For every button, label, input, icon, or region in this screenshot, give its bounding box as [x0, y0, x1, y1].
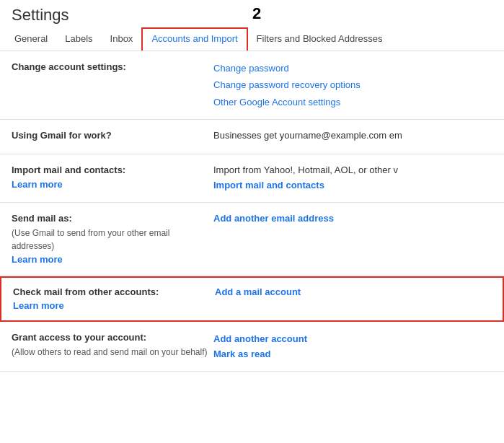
add-mail-account-link[interactable]: Add a mail account: [215, 286, 301, 297]
tab-general[interactable]: General: [6, 27, 56, 51]
import-mail-text: Import from Yahoo!, Hotmail, AOL, or oth…: [213, 165, 398, 175]
send-mail-value: Add another email address: [213, 211, 492, 227]
change-password-link[interactable]: Change password: [213, 60, 492, 76]
gmail-work-text: Businesses get yourname@example.com em: [213, 128, 492, 144]
tab-inbox[interactable]: Inbox: [102, 27, 142, 51]
add-email-address-link[interactable]: Add another email address: [213, 213, 334, 224]
send-mail-label: Send mail as: (Use Gmail to send from yo…: [12, 211, 213, 267]
import-mail-contacts-link[interactable]: Import mail and contacts: [213, 180, 324, 190]
tab-accounts[interactable]: Accounts and Import: [141, 27, 247, 51]
gmail-work-label: Using Gmail for work?: [12, 128, 213, 143]
check-mail-learn-more-link[interactable]: Learn more: [13, 300, 64, 311]
grant-access-section: Grant access to your account: (Allow oth…: [0, 322, 504, 372]
import-learn-more-link[interactable]: Learn more: [12, 179, 63, 190]
send-mail-sublabel: (Use Gmail to send from your other email…: [12, 227, 213, 253]
add-another-account-link[interactable]: Add another account: [213, 330, 492, 347]
check-mail-value: Add a mail account 3: [215, 285, 491, 300]
settings-tabs: General Labels Inbox Accounts and Import…: [0, 27, 504, 51]
check-mail-section: Check mail from other accounts: Learn mo…: [0, 276, 504, 322]
import-mail-value: Import from Yahoo!, Hotmail, AOL, or oth…: [213, 163, 492, 193]
send-mail-section: Send mail as: (Use Gmail to send from yo…: [0, 203, 504, 276]
change-account-label: Change account settings:: [12, 60, 213, 74]
import-mail-section: Import mail and contacts: Learn more Imp…: [0, 154, 504, 203]
import-mail-label: Import mail and contacts: Learn more: [12, 163, 213, 191]
gmail-work-section: Using Gmail for work? Businesses get you…: [0, 120, 504, 154]
send-mail-learn-more-link[interactable]: Learn more: [12, 254, 63, 265]
change-account-links: Change password Change password recovery…: [213, 60, 492, 110]
step-2-badge: 2: [252, 4, 261, 23]
grant-access-sublabel: (Allow others to read and send mail on y…: [12, 346, 213, 359]
change-account-section: Change account settings: Change password…: [0, 51, 504, 120]
tab-labels[interactable]: Labels: [56, 27, 101, 51]
tab-filters[interactable]: Filters and Blocked Addresses: [248, 27, 392, 51]
grant-access-value: Add another account Mark as read: [213, 330, 492, 362]
change-password-recovery-link[interactable]: Change password recovery options: [213, 76, 492, 93]
mark-as-read-link[interactable]: Mark as read: [213, 348, 271, 359]
check-mail-label: Check mail from other accounts: Learn mo…: [13, 285, 215, 313]
other-google-account-link[interactable]: Other Google Account settings: [213, 94, 492, 110]
grant-access-label: Grant access to your account: (Allow oth…: [12, 330, 213, 359]
